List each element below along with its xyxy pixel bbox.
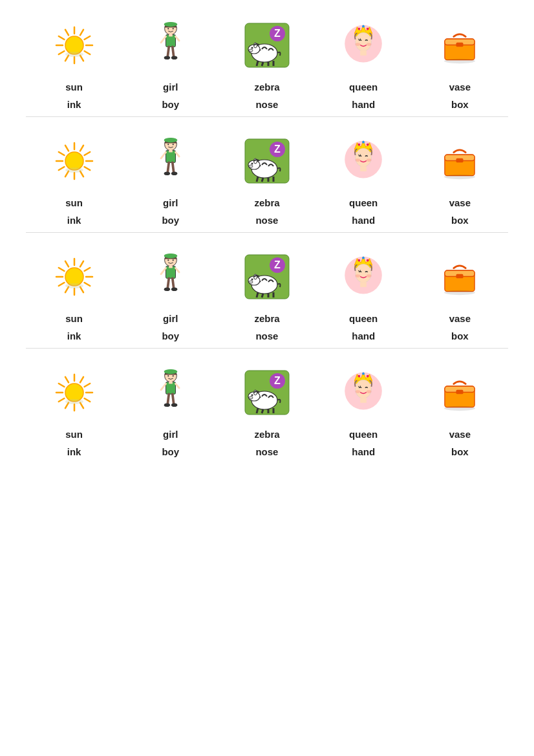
svg-line-110 <box>84 283 90 286</box>
icon-cell-3-2: Z <box>225 367 309 422</box>
primary-label-1-1: girl <box>129 197 213 208</box>
svg-point-32 <box>249 49 253 52</box>
svg-line-117 <box>65 261 69 267</box>
svg-line-20 <box>175 36 179 41</box>
secondary-label-3-2: nose <box>225 446 309 457</box>
primary-label-2-0: sun <box>32 313 116 324</box>
svg-line-76 <box>173 162 174 172</box>
girl-icon <box>145 19 197 71</box>
svg-line-56 <box>84 167 90 170</box>
svg-line-184 <box>173 394 174 404</box>
svg-line-120 <box>84 268 90 271</box>
svg-rect-133 <box>169 265 173 268</box>
section-3: Z <box>26 367 508 457</box>
svg-line-113 <box>65 287 69 293</box>
primary-label-3-1: girl <box>129 429 213 440</box>
svg-line-182 <box>175 383 179 388</box>
primary-label-row-1: sungirlzebraqueenvase <box>26 197 508 208</box>
page-content: Z <box>0 0 534 495</box>
secondary-label-1-0: ink <box>32 215 116 226</box>
queen-icon <box>337 135 389 187</box>
svg-line-114 <box>58 283 64 286</box>
icon-cell-0-2: Z <box>225 19 309 75</box>
svg-point-85 <box>251 163 253 165</box>
svg-point-132 <box>171 287 177 291</box>
queen-icon <box>337 367 389 418</box>
svg-line-11 <box>80 30 83 36</box>
svg-line-171 <box>65 377 69 383</box>
svg-line-129 <box>167 278 169 288</box>
svg-line-128 <box>175 268 179 272</box>
icon-cell-1-2: Z <box>225 135 309 191</box>
icon-row-2: Z <box>26 251 508 307</box>
svg-line-3 <box>80 56 83 61</box>
svg-point-203 <box>358 375 360 378</box>
svg-point-70 <box>167 144 169 145</box>
svg-line-57 <box>80 171 83 177</box>
svg-line-21 <box>167 47 169 56</box>
svg-point-139 <box>251 279 253 281</box>
svg-line-60 <box>58 167 64 170</box>
svg-line-165 <box>80 403 83 409</box>
svg-line-173 <box>80 377 83 383</box>
svg-point-86 <box>249 165 253 167</box>
zebra-icon: Z <box>241 135 293 187</box>
icon-row-1: Z <box>26 135 508 191</box>
icon-cell-2-0 <box>32 251 116 307</box>
primary-label-1-2: zebra <box>225 197 309 208</box>
zebra-icon: Z <box>241 19 293 71</box>
section-2: Z <box>26 251 508 349</box>
primary-label-0-3: queen <box>321 81 405 92</box>
svg-point-125 <box>172 259 173 261</box>
svg-line-181 <box>161 383 166 389</box>
icon-cell-1-3 <box>321 135 405 191</box>
secondary-label-row-3: inkboynosehandbox <box>26 446 508 457</box>
svg-point-210 <box>366 390 371 393</box>
svg-line-74 <box>175 152 179 157</box>
svg-line-8 <box>58 36 64 39</box>
svg-line-5 <box>65 56 69 61</box>
svg-point-96 <box>362 141 365 144</box>
vase-icon <box>434 367 486 418</box>
primary-label-1-3: queen <box>321 197 405 208</box>
svg-point-53 <box>444 59 475 63</box>
svg-point-31 <box>251 47 253 49</box>
icon-cell-2-1 <box>129 251 213 307</box>
svg-line-66 <box>84 152 90 155</box>
svg-rect-52 <box>456 43 464 47</box>
icon-cell-0-3 <box>321 19 405 75</box>
primary-label-0-0: sun <box>32 81 116 92</box>
section-1: Z <box>26 135 508 233</box>
svg-point-101 <box>355 158 360 162</box>
icon-cell-2-3 <box>321 251 405 307</box>
svg-rect-211 <box>360 398 367 403</box>
svg-line-12 <box>84 36 90 39</box>
svg-point-15 <box>164 21 177 27</box>
sun-icon <box>48 135 100 187</box>
svg-point-41 <box>358 28 360 30</box>
svg-line-65 <box>80 146 83 151</box>
secondary-label-2-1: boy <box>129 330 213 341</box>
svg-point-54 <box>65 152 83 170</box>
svg-point-42 <box>362 25 365 28</box>
girl-icon <box>145 367 197 418</box>
svg-point-149 <box>358 259 360 262</box>
primary-label-1-4: vase <box>418 197 502 208</box>
secondary-label-1-3: hand <box>321 215 405 226</box>
svg-line-89 <box>262 178 263 182</box>
svg-point-77 <box>164 171 169 175</box>
icon-cell-1-0 <box>32 135 116 191</box>
svg-line-174 <box>84 383 90 387</box>
svg-text:Z: Z <box>274 28 281 39</box>
svg-line-9 <box>65 30 69 36</box>
secondary-label-1-4: box <box>418 215 502 226</box>
svg-point-150 <box>362 257 365 259</box>
svg-point-215 <box>444 406 475 411</box>
svg-line-197 <box>262 409 263 413</box>
svg-point-162 <box>65 383 83 402</box>
svg-point-48 <box>366 43 371 46</box>
svg-point-23 <box>164 56 169 59</box>
section-0: Z <box>26 19 508 117</box>
svg-point-78 <box>171 171 177 175</box>
icon-row-0: Z <box>26 19 508 75</box>
